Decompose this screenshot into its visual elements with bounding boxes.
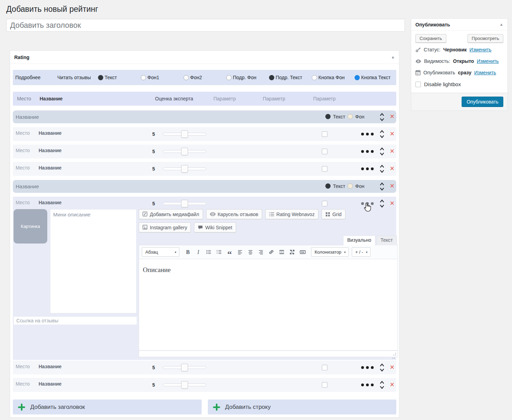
publish-box-header[interactable]: Опубликовать ▲ (411, 19, 507, 31)
resize-grip-icon[interactable] (395, 355, 396, 355)
option-bg2-color[interactable]: Фон2 (184, 70, 202, 85)
sort-arrows-icon[interactable] (379, 182, 385, 191)
tab-visual[interactable]: Визуально (343, 236, 375, 245)
delete-section-icon[interactable]: ✕ (390, 183, 395, 190)
section-name-input[interactable] (16, 113, 308, 121)
score-slider[interactable] (163, 382, 206, 388)
rating-webnavoz-button[interactable]: Rating Webnavoz (265, 209, 318, 219)
row-color-dots-icon[interactable] (361, 384, 374, 386)
delete-row-icon[interactable]: ✕ (390, 165, 395, 172)
place-input[interactable] (16, 364, 36, 369)
score-slider[interactable] (163, 149, 206, 154)
param-checkbox[interactable] (322, 382, 327, 388)
add-row-button[interactable]: Добавить строку (208, 400, 397, 414)
place-input[interactable] (16, 200, 36, 205)
param-checkbox[interactable] (322, 166, 327, 172)
sort-arrows-icon[interactable] (379, 199, 385, 208)
section-bg-color-swatch-icon[interactable] (348, 183, 353, 189)
name-input[interactable] (39, 165, 143, 171)
align-center-button[interactable] (246, 248, 255, 256)
post-title-input[interactable] (6, 19, 405, 32)
slider-handle[interactable] (181, 130, 188, 138)
color-swatch-icon[interactable] (184, 75, 189, 80)
collapse-toggle-icon[interactable]: ▲ (391, 55, 395, 59)
option-button-bg-color[interactable]: Кнопка Фон (312, 70, 345, 85)
sort-arrows-icon[interactable] (379, 380, 385, 389)
editor-content-area[interactable]: Описание (139, 259, 398, 351)
param-checkbox[interactable] (322, 131, 327, 137)
row-color-dots-icon[interactable] (361, 150, 374, 153)
score-slider[interactable] (163, 131, 206, 137)
sort-arrows-icon[interactable] (379, 363, 385, 372)
section-text-color-swatch-icon[interactable] (325, 183, 331, 189)
save-draft-button[interactable]: Сохранить (415, 34, 446, 43)
color-swatch-icon[interactable] (312, 75, 317, 80)
edit-status-link[interactable]: Изменить (470, 47, 491, 52)
delete-row-icon[interactable]: ✕ (390, 381, 395, 388)
slider-handle[interactable] (181, 381, 188, 389)
read-more-button[interactable] (277, 248, 286, 256)
edit-schedule-link[interactable]: Изменить (474, 70, 496, 75)
name-input[interactable] (39, 200, 143, 205)
sort-arrows-icon[interactable] (379, 164, 385, 173)
place-input[interactable] (16, 130, 36, 136)
delete-row-icon[interactable]: ✕ (390, 148, 395, 155)
name-input[interactable] (39, 381, 143, 387)
grid-button[interactable]: Grid (322, 209, 345, 219)
section-bg-color-swatch-icon[interactable] (348, 114, 353, 119)
preview-button[interactable]: Просмотреть (468, 34, 503, 43)
tab-text[interactable]: Текст (376, 236, 397, 245)
color-swatch-icon[interactable] (355, 75, 360, 80)
place-input[interactable] (16, 381, 36, 387)
mini-description-textarea[interactable] (50, 209, 137, 313)
score-slider[interactable] (163, 166, 206, 172)
color-swatch-icon[interactable] (226, 75, 231, 80)
param-checkbox[interactable] (322, 201, 327, 206)
option-text-color[interactable]: Текст (98, 70, 117, 85)
italic-button[interactable]: I (194, 248, 203, 256)
delete-row-icon[interactable]: ✕ (390, 364, 395, 371)
rating-metabox-header[interactable]: Rating ▲ (10, 51, 399, 64)
blockquote-button[interactable]: “ (225, 248, 234, 256)
bold-button[interactable]: B (183, 248, 193, 256)
disable-lightbox-checkbox[interactable] (415, 82, 421, 87)
paragraph-format-select[interactable]: Абзац▼ (142, 247, 179, 257)
image-upload-placeholder[interactable]: Картинка (14, 209, 47, 244)
score-slider[interactable] (163, 201, 206, 206)
slider-handle[interactable] (181, 165, 188, 173)
color-swatch-icon[interactable] (269, 75, 274, 80)
color-swatch-icon[interactable] (98, 75, 103, 80)
wiki-snippet-button[interactable]: Wiki Snippet (194, 222, 236, 232)
option-details-bg-color[interactable]: Подр. Фон (226, 70, 256, 85)
add-header-button[interactable]: Добавить заголовок (13, 400, 202, 414)
colonizer-select[interactable]: Колонизатор▼ (311, 247, 349, 257)
row-color-dots-icon[interactable] (361, 366, 374, 369)
collapse-toggle-icon[interactable]: ▲ (499, 23, 503, 26)
sort-arrows-icon[interactable] (379, 113, 385, 122)
option-details-text-color[interactable]: Подр. Текст (269, 70, 302, 85)
sort-arrows-icon[interactable] (379, 147, 385, 156)
align-right-button[interactable] (256, 248, 266, 256)
delete-section-icon[interactable]: ✕ (390, 113, 395, 120)
resize-grip-icon[interactable] (394, 358, 395, 359)
fullscreen-button[interactable] (287, 248, 297, 256)
numbered-list-button[interactable] (214, 248, 224, 256)
slider-handle[interactable] (181, 148, 188, 155)
param-checkbox[interactable] (322, 365, 327, 370)
plus-minus-select[interactable]: + / -▼ (352, 247, 371, 257)
name-input[interactable] (39, 148, 143, 153)
add-media-button[interactable]: Добавить медиафайл (139, 209, 203, 219)
instagram-gallery-button[interactable]: Instagram gallery (139, 222, 191, 232)
place-input[interactable] (16, 165, 36, 171)
param-checkbox[interactable] (322, 149, 327, 154)
align-left-button[interactable] (235, 248, 245, 256)
score-slider[interactable] (163, 365, 206, 370)
color-swatch-icon[interactable] (141, 75, 146, 80)
option-button-text-color[interactable]: Кнопка Текст (355, 70, 391, 85)
delete-row-icon[interactable]: ✕ (390, 200, 395, 207)
option-details[interactable]: Подробнее (15, 70, 41, 85)
slider-handle[interactable] (181, 200, 188, 207)
reviews-link-input[interactable] (14, 316, 137, 325)
row-color-dots-icon[interactable] (361, 202, 374, 205)
place-input[interactable] (16, 148, 36, 153)
